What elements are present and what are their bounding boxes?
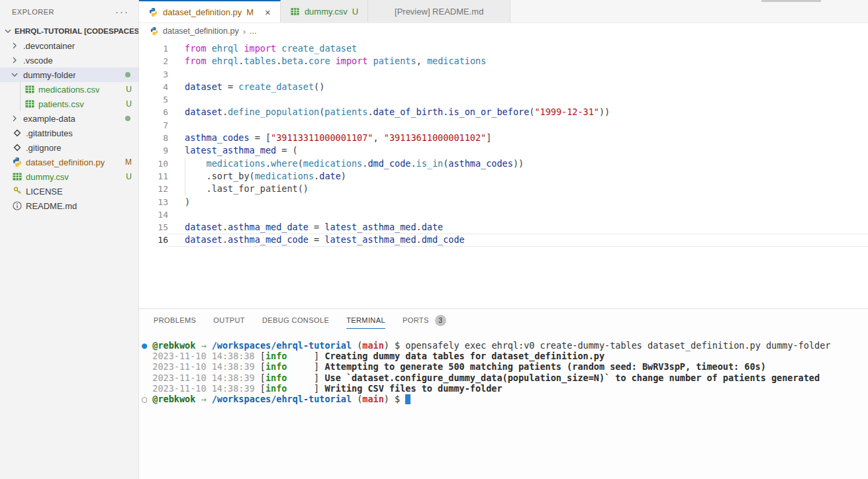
chevron-right-icon — [9, 40, 20, 51]
line-number: 15 — [139, 221, 168, 234]
panel-tab-label: PORTS — [403, 316, 429, 324]
code-editor[interactable]: 1from ehrql import create_dataset2from e… — [139, 39, 868, 308]
file-label: dummy-folder — [23, 70, 75, 80]
file-label: dataset_definition.py — [26, 157, 105, 167]
python-icon — [150, 26, 159, 36]
vscode-window: EXPLORER ··· EHRQL-TUTORIAL [CODESPACES:… — [0, 0, 868, 479]
panel-tab-label: OUTPUT — [213, 316, 245, 324]
code-line-10: 10 medications.where(medications.dmd_cod… — [139, 157, 868, 170]
git-status-badge: M — [125, 157, 132, 167]
git-status-badge: U — [352, 7, 358, 17]
line-number: 14 — [139, 208, 168, 221]
file-label: .vscode — [23, 56, 53, 65]
sidebar-item-example-data[interactable]: example-data — [0, 111, 138, 126]
explorer-header: EXPLORER ··· — [0, 0, 138, 24]
code-line-2: 2from ehrql.tables.beta.core import pati… — [139, 55, 868, 67]
file-label: dummy.csv — [26, 172, 69, 182]
terminal-line: ○ @rebkwok → /workspaces/ehrql-tutorial … — [142, 394, 868, 404]
sidebar-item-dataset-definition-py[interactable]: dataset_definition.pyM — [0, 155, 138, 169]
sidebar-item-devcontainer[interactable]: .devcontainer — [0, 38, 138, 53]
panel-tab-ports[interactable]: PORTS3 — [403, 309, 446, 331]
panel-tab-label: TERMINAL — [346, 316, 385, 324]
tab-dataset-definition-py[interactable]: dataset_definition.pyM× — [139, 0, 281, 22]
code-line-4: 4dataset = create_dataset() — [139, 81, 868, 93]
chevron-right-icon: › — [243, 26, 246, 36]
key-icon — [12, 186, 23, 196]
changes-dot-badge — [125, 116, 130, 121]
terminal[interactable]: ● @rebkwok → /workspaces/ehrql-tutorial … — [139, 331, 868, 404]
terminal-line: 2023-11-10 14:38:39 [info ] Writing CSV … — [142, 383, 868, 394]
sidebar-item-medications-csv[interactable]: medications.csvU — [0, 82, 138, 97]
code-line-16: 16dataset.asthma_med_code = latest_asthm… — [139, 234, 868, 246]
panel-tab-problems[interactable]: PROBLEMS — [154, 309, 196, 331]
indent-guide — [185, 170, 185, 183]
breadcrumb[interactable]: dataset_definition.py › ... — [139, 23, 868, 39]
tab-preview-readme-md[interactable]: [Preview] README.md — [368, 0, 510, 22]
line-number: 9 — [139, 144, 168, 157]
indent-guide — [20, 97, 21, 111]
tab-label: dataset_definition.py — [163, 7, 242, 17]
sidebar-item-gitignore[interactable]: .gitignore — [0, 140, 138, 155]
tab-scrollbar[interactable] — [761, 0, 821, 2]
python-icon — [148, 7, 158, 17]
line-number: 1 — [139, 42, 168, 55]
bottom-panel: PROBLEMSOUTPUTDEBUG CONSOLETERMINALPORTS… — [139, 308, 868, 479]
file-label: .gitignore — [26, 143, 61, 153]
code-line-13: 13) — [139, 196, 868, 208]
file-label: .gitattributes — [26, 128, 73, 138]
line-number: 13 — [139, 196, 168, 208]
terminal-line: 2023-11-10 14:38:39 [info ] Attempting t… — [142, 361, 868, 372]
workspace-root-row[interactable]: EHRQL-TUTORIAL [CODESPACES:... — [0, 24, 138, 38]
line-number: 4 — [139, 81, 168, 93]
code-line-15: 15dataset.asthma_med_date = latest_asthm… — [139, 221, 868, 234]
table-icon — [24, 84, 35, 95]
breadcrumb-file: dataset_definition.py — [163, 26, 239, 36]
explorer-title: EXPLORER — [12, 8, 54, 16]
sidebar-item-dummy-folder[interactable]: dummy-folder — [0, 67, 138, 82]
sidebar-item-patients-csv[interactable]: patients.csvU — [0, 97, 138, 111]
panel-tab-terminal[interactable]: TERMINAL — [346, 309, 385, 331]
file-label: .devcontainer — [23, 41, 75, 51]
file-tree: .devcontainer.vscodedummy-foldermedicati… — [0, 38, 138, 213]
code-line-14: 14 — [139, 208, 868, 221]
python-icon — [12, 157, 23, 167]
terminal-line: 2023-11-10 14:38:38 [info ] Creating dum… — [142, 351, 868, 361]
file-label: medications.csv — [38, 85, 99, 95]
explorer-sidebar: EXPLORER ··· EHRQL-TUTORIAL [CODESPACES:… — [0, 0, 139, 479]
file-label: LICENSE — [26, 187, 63, 196]
indent-guide — [185, 157, 185, 170]
line-number: 10 — [139, 157, 168, 170]
tab-label: dummy.csv — [305, 7, 348, 17]
code-line-6: 6dataset.define_population(patients.date… — [139, 106, 868, 118]
file-label: README.md — [26, 201, 77, 211]
code-line-3: 3 — [139, 68, 868, 81]
sidebar-item-readme-md[interactable]: README.md — [0, 198, 138, 213]
panel-tab-debug-console[interactable]: DEBUG CONSOLE — [262, 309, 329, 331]
code-line-9: 9latest_asthma_med = ( — [139, 144, 868, 157]
line-number: 7 — [139, 119, 168, 132]
line-number: 5 — [139, 93, 168, 106]
tab-label: [Preview] README.md — [395, 7, 483, 17]
git-icon — [12, 142, 23, 153]
panel-tab-output[interactable]: OUTPUT — [213, 309, 245, 331]
close-icon[interactable]: × — [265, 7, 271, 17]
info-icon — [12, 200, 23, 211]
tab-dummy-csv[interactable]: dummy.csvU — [281, 0, 368, 22]
chevron-down-icon — [9, 69, 20, 80]
table-icon — [24, 99, 35, 109]
indent-guide — [20, 82, 21, 97]
more-actions-icon[interactable]: ··· — [115, 9, 129, 15]
editor-region: dataset_definition.pyM×dummy.csvU[Previe… — [139, 0, 868, 479]
sidebar-item-gitattributes[interactable]: .gitattributes — [0, 126, 138, 140]
breadcrumb-more: ... — [250, 26, 256, 36]
git-status-badge: U — [126, 85, 132, 94]
git-status-badge: M — [246, 7, 254, 17]
code-line-12: 12 .last_for_patient() — [139, 183, 868, 195]
file-label: patients.csv — [38, 99, 84, 109]
sidebar-item-dummy-csv[interactable]: dummy.csvU — [0, 169, 138, 184]
sidebar-item-license[interactable]: LICENSE — [0, 184, 138, 198]
chevron-right-icon — [9, 55, 20, 65]
ports-count-badge: 3 — [435, 315, 446, 326]
chevron-down-icon — [3, 26, 13, 36]
sidebar-item-vscode[interactable]: .vscode — [0, 53, 138, 67]
